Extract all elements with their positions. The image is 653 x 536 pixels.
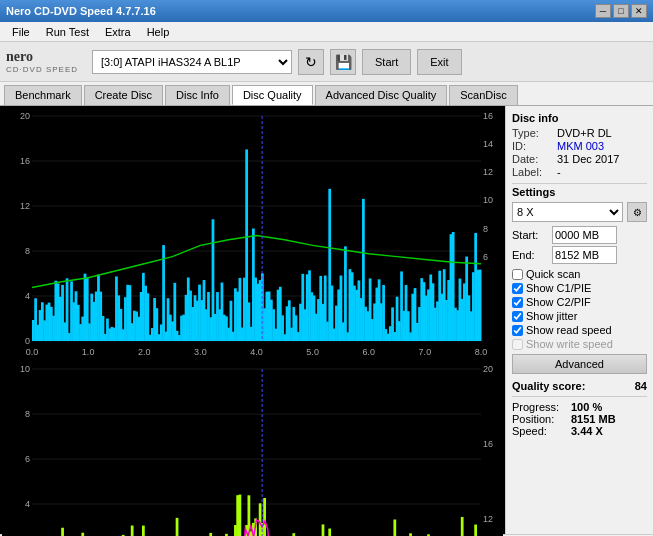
progress-label: Progress: [512,401,567,413]
nero-logo: nero CD·DVD SPEED [6,49,78,74]
show-read-speed-label: Show read speed [526,324,612,336]
side-panel: Disc info Type: DVD+R DL ID: MKM 003 Dat… [505,106,653,534]
refresh-button[interactable]: ↻ [298,49,324,75]
quality-score-value: 84 [635,380,647,392]
speed-value: 3.44 X [571,425,603,437]
start-input[interactable] [552,226,617,244]
tab-bar: Benchmark Create Disc Disc Info Disc Qua… [0,82,653,106]
disc-date-value: 31 Dec 2017 [557,153,619,165]
chart2-container [2,361,503,536]
settings-title: Settings [512,186,647,198]
end-row: End: [512,246,647,264]
chart1-container [2,108,503,359]
disc-label-value: - [557,166,561,178]
quality-score-label: Quality score: [512,380,585,392]
speed-select[interactable]: 8 X [512,202,623,222]
tab-advanced-disc-quality[interactable]: Advanced Disc Quality [315,85,448,105]
disc-date-row: Date: 31 Dec 2017 [512,153,647,165]
tab-benchmark[interactable]: Benchmark [4,85,82,105]
speed-row: Speed: 3.44 X [512,425,647,437]
show-c2-label: Show C2/PIF [526,296,591,308]
advanced-button[interactable]: Advanced [512,354,647,374]
show-read-speed-checkbox[interactable] [512,325,523,336]
save-button[interactable]: 💾 [330,49,356,75]
app-title: Nero CD-DVD Speed 4.7.7.16 [6,5,156,17]
quality-score-row: Quality score: 84 [512,380,647,392]
minimize-button[interactable]: ─ [595,4,611,18]
tab-scan-disc[interactable]: ScanDisc [449,85,517,105]
show-write-speed-checkbox[interactable] [512,339,523,350]
main-content: Disc info Type: DVD+R DL ID: MKM 003 Dat… [0,106,653,534]
start-label: Start: [512,229,552,241]
disc-type-value: DVD+R DL [557,127,612,139]
maximize-button[interactable]: □ [613,4,629,18]
quick-scan-row: Quick scan [512,268,647,280]
disc-type-label: Type: [512,127,557,139]
show-jitter-row: Show jitter [512,310,647,322]
chart1-canvas [2,108,503,359]
exit-button[interactable]: Exit [417,49,461,75]
disc-type-row: Type: DVD+R DL [512,127,647,139]
speed-setting-row: 8 X ⚙ [512,202,647,222]
disc-label-label: Label: [512,166,557,178]
disc-id-label: ID: [512,140,557,152]
show-c1-row: Show C1/PIE [512,282,647,294]
show-write-speed-row: Show write speed [512,338,647,350]
menu-run-test[interactable]: Run Test [38,24,97,40]
show-jitter-checkbox[interactable] [512,311,523,322]
show-c1-label: Show C1/PIE [526,282,591,294]
drive-select[interactable]: [3:0] ATAPI iHAS324 A BL1P [92,50,292,74]
end-label: End: [512,249,552,261]
quick-scan-checkbox[interactable] [512,269,523,280]
position-row: Position: 8151 MB [512,413,647,425]
position-value: 8151 MB [571,413,616,425]
menu-help[interactable]: Help [139,24,178,40]
quick-scan-label: Quick scan [526,268,580,280]
tab-disc-info[interactable]: Disc Info [165,85,230,105]
tab-create-disc[interactable]: Create Disc [84,85,163,105]
progress-section: Progress: 100 % Position: 8151 MB Speed:… [512,401,647,437]
chart2-canvas [2,361,503,536]
menu-bar: File Run Test Extra Help [0,22,653,42]
disc-id-value: MKM 003 [557,140,604,152]
show-c2-row: Show C2/PIF [512,296,647,308]
tab-disc-quality[interactable]: Disc Quality [232,85,313,105]
speed-label: Speed: [512,425,567,437]
progress-value: 100 % [571,401,602,413]
menu-file[interactable]: File [4,24,38,40]
disc-info-title: Disc info [512,112,647,124]
start-row: Start: [512,226,647,244]
close-button[interactable]: ✕ [631,4,647,18]
progress-row: Progress: 100 % [512,401,647,413]
start-button[interactable]: Start [362,49,411,75]
menu-extra[interactable]: Extra [97,24,139,40]
disc-label-row: Label: - [512,166,647,178]
end-input[interactable] [552,246,617,264]
show-read-speed-row: Show read speed [512,324,647,336]
show-write-speed-label: Show write speed [526,338,613,350]
disc-id-row: ID: MKM 003 [512,140,647,152]
show-jitter-label: Show jitter [526,310,577,322]
show-c1-checkbox[interactable] [512,283,523,294]
title-bar: Nero CD-DVD Speed 4.7.7.16 ─ □ ✕ [0,0,653,22]
disc-date-label: Date: [512,153,557,165]
position-label: Position: [512,413,567,425]
settings-icon-btn[interactable]: ⚙ [627,202,647,222]
show-c2-checkbox[interactable] [512,297,523,308]
window-controls: ─ □ ✕ [595,4,647,18]
toolbar: nero CD·DVD SPEED [3:0] ATAPI iHAS324 A … [0,42,653,82]
